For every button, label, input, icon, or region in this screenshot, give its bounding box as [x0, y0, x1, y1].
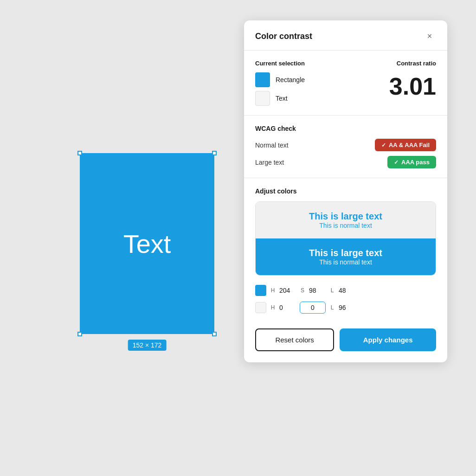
panel-header: Color contrast ×	[244, 20, 447, 51]
color2-dot	[255, 302, 266, 313]
wcag-title: WCAG check	[255, 125, 436, 132]
color2-l-value: 96	[339, 304, 355, 311]
selection-item-rectangle: Rectangle	[255, 72, 305, 87]
contrast-ratio-header: Contrast ratio	[397, 60, 436, 67]
handle-bottom-left[interactable]	[77, 332, 82, 336]
apply-button[interactable]: Apply changes	[340, 328, 436, 351]
wcag-row-normal: Normal text ✓ AA & AAA Fail	[255, 139, 436, 151]
preview-dark: This is large text This is normal text	[256, 238, 436, 275]
contrast-col: Contrast ratio 3.01	[389, 60, 436, 106]
large-text-label: Large text	[255, 159, 284, 166]
adjust-colors-section: Adjust colors This is large text This is…	[244, 178, 447, 321]
large-text-badge: ✓ AAA pass	[387, 156, 436, 168]
rectangle-label: Rectangle	[276, 76, 305, 84]
fail-check-icon: ✓	[381, 142, 386, 148]
color1-l-value: 48	[339, 287, 355, 294]
color-contrast-panel: Color contrast × Current selection Recta…	[244, 20, 447, 362]
handle-top-left[interactable]	[77, 151, 82, 155]
color1-h-value: 204	[279, 287, 296, 294]
wcag-row-large: Large text ✓ AAA pass	[255, 156, 436, 168]
current-selection-label: Current selection	[255, 60, 305, 67]
color2-l-label: L	[329, 304, 335, 311]
button-row: Reset colors Apply changes	[244, 321, 447, 362]
selection-inner: Current selection Rectangle Text Contras…	[255, 60, 436, 106]
normal-text-badge-label: AA & AAA Fail	[389, 142, 430, 148]
color2-s-input[interactable]	[300, 302, 326, 314]
size-label: 152 × 172	[128, 340, 167, 351]
text-label: Text	[276, 95, 288, 102]
color2-h-label: H	[270, 304, 276, 311]
color1-l-label: L	[329, 287, 335, 294]
color1-dot	[255, 285, 266, 296]
normal-text-badge: ✓ AA & AAA Fail	[375, 139, 436, 151]
color1-s-value: 98	[309, 287, 326, 294]
canvas-rectangle[interactable]: Text 152 × 172	[80, 153, 214, 334]
color1-h-label: H	[270, 287, 276, 294]
swatch-rectangle	[255, 72, 270, 87]
preview-light-normal-text: This is normal text	[265, 222, 426, 229]
adjust-title: Adjust colors	[255, 187, 436, 195]
normal-text-label: Normal text	[255, 142, 289, 149]
current-selection-section: Current selection Rectangle Text Contras…	[244, 51, 447, 116]
selection-left: Current selection Rectangle Text	[255, 60, 305, 106]
contrast-ratio-value: 3.01	[389, 74, 436, 98]
selection-border	[80, 153, 214, 334]
handle-bottom-right[interactable]	[212, 332, 217, 336]
panel-title: Color contrast	[255, 32, 312, 41]
preview-container: This is large text This is normal text T…	[255, 201, 436, 276]
preview-dark-large-text: This is large text	[265, 248, 426, 258]
swatch-text	[255, 91, 270, 106]
color-row-1: H 204 S 98 L 48	[255, 285, 436, 296]
color-inputs: H 204 S 98 L 48 H 0 L 96	[255, 277, 436, 321]
handle-top-right[interactable]	[212, 151, 217, 155]
preview-light-large-text: This is large text	[265, 211, 426, 222]
large-text-badge-label: AAA pass	[401, 159, 430, 166]
reset-button[interactable]: Reset colors	[255, 328, 334, 351]
selection-item-text: Text	[255, 91, 305, 106]
color-row-2: H 0 L 96	[255, 302, 436, 314]
preview-dark-normal-text: This is normal text	[265, 258, 426, 266]
color1-s-label: S	[300, 287, 305, 294]
close-button[interactable]: ×	[423, 30, 436, 43]
preview-light: This is large text This is normal text	[256, 202, 436, 238]
pass-check-icon: ✓	[394, 159, 399, 166]
color2-h-value: 0	[279, 304, 296, 311]
selection-items: Rectangle Text	[255, 72, 305, 106]
wcag-section: WCAG check Normal text ✓ AA & AAA Fail L…	[244, 116, 447, 178]
